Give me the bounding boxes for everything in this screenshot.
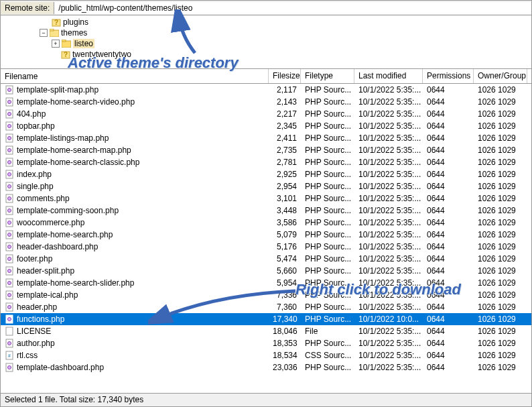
file-size: 17,340 bbox=[269, 314, 301, 324]
file-name: 404.php bbox=[17, 109, 46, 119]
file-row[interactable]: header.php7,360PHP Sourc...10/1/2022 5:3… bbox=[1, 301, 531, 313]
php-file-icon bbox=[5, 242, 14, 251]
file-row[interactable]: author.php18,353PHP Sourc...10/1/2022 5:… bbox=[1, 337, 531, 349]
file-type: PHP Sourc... bbox=[301, 170, 354, 179]
file-size: 18,046 bbox=[269, 327, 301, 336]
tree-item-plugins[interactable]: ? plugins bbox=[27, 17, 531, 27]
file-permissions: 0644 bbox=[423, 242, 474, 251]
directory-tree[interactable]: ? plugins − themes + listeo ? twentytwen… bbox=[1, 15, 531, 69]
file-row[interactable]: topbar.php2,345PHP Sourc...10/1/2022 5:3… bbox=[1, 120, 531, 132]
file-size: 23,036 bbox=[269, 363, 301, 372]
svg-point-54 bbox=[8, 366, 11, 369]
file-name: template-home-search-video.php bbox=[17, 97, 135, 107]
file-size: 2,925 bbox=[269, 170, 301, 179]
file-modified: 10/1/2022 5:35:... bbox=[354, 170, 423, 179]
file-type: PHP Sourc... bbox=[301, 121, 354, 131]
file-row[interactable]: index.php2,925PHP Sourc...10/1/2022 5:35… bbox=[1, 168, 531, 180]
file-modified: 10/1/2022 5:35:... bbox=[354, 206, 423, 215]
svg-point-50 bbox=[8, 342, 11, 345]
file-type: PHP Sourc... bbox=[301, 266, 354, 276]
php-file-icon bbox=[5, 194, 14, 203]
file-row[interactable]: header-dashboard.php5,176PHP Sourc...10/… bbox=[1, 241, 531, 253]
file-modified: 10/1/2022 5:35:... bbox=[354, 97, 423, 107]
folder-icon bbox=[50, 29, 59, 37]
svg-point-41 bbox=[8, 282, 11, 285]
file-type: PHP Sourc... bbox=[301, 194, 354, 203]
file-row[interactable]: #rtl.css18,534CSS Sourc...10/1/2022 5:35… bbox=[1, 349, 531, 361]
file-size: 3,586 bbox=[269, 218, 301, 227]
svg-point-11 bbox=[8, 101, 11, 104]
remote-path-input[interactable] bbox=[54, 2, 531, 14]
file-modified: 10/1/2022 5:35:... bbox=[354, 133, 423, 143]
col-last-modified[interactable]: Last modified bbox=[354, 69, 423, 83]
file-modified: 10/1/2022 5:35:... bbox=[354, 351, 423, 360]
col-filesize[interactable]: Filesize bbox=[269, 69, 301, 83]
file-owner: 1026 1029 bbox=[474, 158, 527, 167]
php-file-icon bbox=[5, 97, 14, 107]
col-filename[interactable]: Filename bbox=[1, 69, 269, 83]
file-type: PHP Sourc... bbox=[301, 158, 354, 167]
file-type: PHP Sourc... bbox=[301, 109, 354, 119]
file-size: 5,660 bbox=[269, 266, 301, 276]
file-row[interactable]: template-home-search-slider.php5,954PHP … bbox=[1, 277, 531, 289]
expand-icon[interactable]: + bbox=[52, 40, 60, 48]
php-file-icon bbox=[5, 109, 14, 119]
svg-point-17 bbox=[8, 137, 11, 140]
col-owner-group[interactable]: Owner/Group bbox=[474, 69, 527, 83]
file-name: topbar.php bbox=[17, 121, 55, 131]
col-permissions[interactable]: Permissions bbox=[423, 69, 474, 83]
file-row[interactable]: template-home-search-map.php2,735PHP Sou… bbox=[1, 144, 531, 156]
file-permissions: 0644 bbox=[423, 194, 474, 203]
file-row[interactable]: template-ical.php7,336PHP Sourc...10/1/2… bbox=[1, 289, 531, 301]
file-row[interactable]: template-home-search-classic.php2,781PHP… bbox=[1, 156, 531, 168]
file-size: 3,101 bbox=[269, 194, 301, 203]
svg-point-15 bbox=[8, 125, 11, 128]
file-row[interactable]: 404.php2,217PHP Sourc...10/1/2022 5:35:.… bbox=[1, 108, 531, 120]
file-row[interactable]: comments.php3,101PHP Sourc...10/1/2022 5… bbox=[1, 192, 531, 205]
svg-point-19 bbox=[8, 149, 11, 152]
svg-point-35 bbox=[8, 245, 11, 249]
file-row[interactable]: template-dashboard.php23,036PHP Sourc...… bbox=[1, 361, 531, 373]
file-type: PHP Sourc... bbox=[301, 278, 354, 288]
file-row[interactable]: woocommerce.php3,586PHP Sourc...10/1/202… bbox=[1, 217, 531, 229]
svg-point-39 bbox=[8, 270, 11, 273]
file-name: woocommerce.php bbox=[17, 218, 84, 227]
file-size: 18,353 bbox=[269, 339, 301, 348]
file-size: 2,143 bbox=[269, 97, 301, 107]
file-owner: 1026 1029 bbox=[474, 146, 527, 155]
file-size: 2,117 bbox=[269, 85, 301, 95]
tree-item-themes[interactable]: − themes bbox=[27, 27, 531, 38]
file-row[interactable]: template-home-search-video.php2,143PHP S… bbox=[1, 96, 531, 108]
file-owner: 1026 1029 bbox=[474, 278, 527, 288]
php-file-icon bbox=[5, 314, 14, 324]
php-file-icon bbox=[5, 146, 14, 155]
file-row[interactable]: template-home-search.php5,079PHP Sourc..… bbox=[1, 229, 531, 241]
file-row[interactable]: footer.php5,474PHP Sourc...10/1/2022 5:3… bbox=[1, 253, 531, 265]
file-modified: 10/1/2022 5:35:... bbox=[354, 109, 423, 119]
file-permissions: 0644 bbox=[423, 278, 474, 288]
file-type: PHP Sourc... bbox=[301, 146, 354, 155]
file-size: 5,079 bbox=[269, 230, 301, 239]
file-owner: 1026 1029 bbox=[474, 314, 527, 324]
file-row[interactable]: template-listings-map.php2,411PHP Sourc.… bbox=[1, 132, 531, 144]
tree-item-twentytwentytwo[interactable]: ? twentytwentytwo bbox=[27, 49, 531, 60]
col-filetype[interactable]: Filetype bbox=[301, 69, 354, 83]
svg-text:?: ? bbox=[64, 51, 68, 58]
file-type: PHP Sourc... bbox=[301, 85, 354, 95]
collapse-icon[interactable]: − bbox=[40, 29, 48, 37]
file-row[interactable]: template-comming-soon.php3,448PHP Sourc.… bbox=[1, 205, 531, 217]
file-owner: 1026 1029 bbox=[474, 194, 527, 203]
file-list-body[interactable]: template-split-map.php2,117PHP Sourc...1… bbox=[1, 84, 531, 379]
file-row[interactable]: LICENSE18,046File10/1/2022 5:35:...06441… bbox=[1, 325, 531, 337]
unknown-folder-icon: ? bbox=[52, 17, 61, 27]
file-row[interactable]: header-split.php5,660PHP Sourc...10/1/20… bbox=[1, 265, 531, 277]
tree-item-listeo[interactable]: + listeo bbox=[27, 38, 531, 49]
file-row[interactable]: single.php2,954PHP Sourc...10/1/2022 5:3… bbox=[1, 180, 531, 192]
file-type: PHP Sourc... bbox=[301, 314, 354, 324]
file-row[interactable]: template-split-map.php2,117PHP Sourc...1… bbox=[1, 84, 531, 96]
php-file-icon bbox=[5, 121, 14, 131]
file-permissions: 0644 bbox=[423, 85, 474, 95]
file-name: rtl.css bbox=[17, 351, 38, 360]
file-row[interactable]: functions.php17,340PHP Sourc...10/1/2022… bbox=[1, 313, 531, 325]
file-permissions: 0644 bbox=[423, 339, 474, 348]
